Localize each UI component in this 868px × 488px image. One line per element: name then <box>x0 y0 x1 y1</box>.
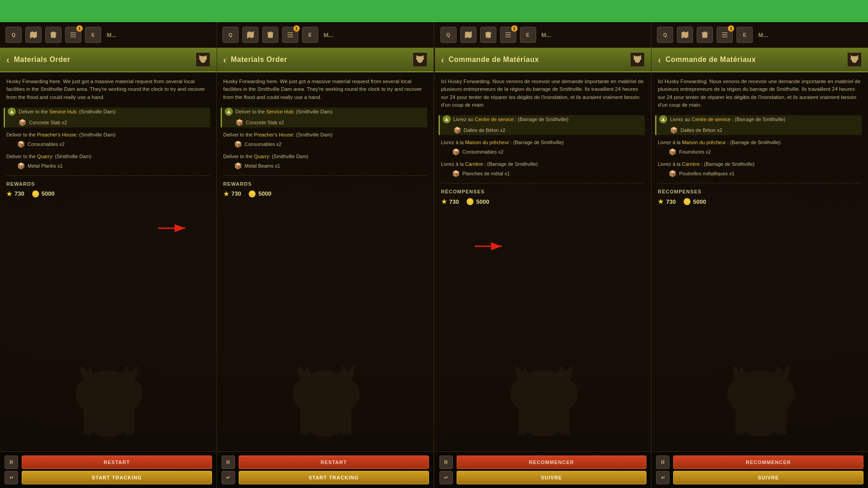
icon-btn-2[interactable] <box>697 27 713 43</box>
delivery-header: Livrez à la Maison du prêcheur : (Barrag… <box>441 140 645 145</box>
restart-button[interactable]: RECOMMENCER <box>457 455 647 469</box>
icon-btn-2[interactable] <box>480 27 496 43</box>
coin-reward: 🪙5000 <box>248 190 271 197</box>
delivery-item-row: 📦Concrete Slab x2 <box>8 117 210 127</box>
quest-description: Husky Forwarding here. We just got a mas… <box>6 78 210 101</box>
delivery-text: Deliver to the Service Hub: (Smithville … <box>19 109 116 114</box>
icon-btn-4[interactable]: E <box>85 27 101 43</box>
restart-button[interactable]: RESTART <box>239 455 429 469</box>
star-reward: ★730 <box>441 198 459 205</box>
back-button[interactable]: ‹ <box>6 55 9 65</box>
panel-title: M... <box>324 32 334 38</box>
tracking-row: ↵SUIVRE <box>439 471 647 484</box>
icon-btn-1[interactable] <box>242 27 259 43</box>
star-icon: ★ <box>6 190 12 197</box>
restart-row: RRESTART <box>222 455 429 469</box>
quest-header: ‹Materials Order <box>217 48 434 72</box>
delivery-item-row: 📦Concrete Slab x2 <box>225 117 427 127</box>
star-reward: ★730 <box>223 190 241 197</box>
delivery-header: Livrez à la Carrière : (Barrage de Smith… <box>658 161 862 167</box>
delivery-section-1: Deliver to the Preacher's House: (Smithv… <box>6 132 210 149</box>
icon-btn-1[interactable] <box>460 27 476 43</box>
delivery-header: Livrez au Centre de service : (Barrage d… <box>659 115 862 123</box>
delivery-section-1: Livrez à la Maison du prêcheur : (Barrag… <box>658 140 862 157</box>
delivery-section-2: Deliver to the Quarry: (Smithville Dam)📦… <box>6 154 210 171</box>
icon-bar: Q1EM... <box>0 22 217 48</box>
item-icon: 📦 <box>452 148 460 155</box>
tracking-key: ↵ <box>222 471 235 484</box>
icon-btn-0[interactable]: Q <box>657 27 673 43</box>
coin-value: 5000 <box>42 190 55 197</box>
icon-btn-4[interactable]: E <box>302 27 318 43</box>
panel-title: M... <box>542 32 552 38</box>
tracking-button[interactable]: START TRACKING <box>239 471 429 484</box>
back-button[interactable]: ‹ <box>441 55 444 65</box>
tracking-button[interactable]: SUIVRE <box>673 471 863 484</box>
item-icon: 📦 <box>17 162 25 169</box>
icon-btn-2[interactable] <box>45 27 61 43</box>
quest-description: Husky Forwarding here. We just got a mas… <box>223 78 427 101</box>
tracking-button[interactable]: START TRACKING <box>22 471 212 484</box>
english-tab[interactable] <box>0 0 434 22</box>
rewards-divider <box>223 175 427 176</box>
quest-content: Husky Forwarding here. We just got a mas… <box>0 72 217 451</box>
icon-btn-0[interactable]: Q <box>222 27 239 43</box>
delivery-section-0: Livrez au Centre de service : (Barrage d… <box>655 115 862 135</box>
bottom-buttons: RRESTART↵START TRACKING <box>0 451 217 488</box>
panel-title: M... <box>107 32 117 38</box>
item-name: Poutrelles métalliques x1 <box>679 171 734 176</box>
delivery-item-row: 📦Consumables x2 <box>6 139 210 149</box>
rewards-section: REWARDS★730🪙5000 <box>223 179 427 197</box>
delivery-text: Deliver to the Service Hub: (Smithville … <box>236 109 333 114</box>
restart-button[interactable]: RECOMMENCER <box>673 455 863 469</box>
french-tab[interactable] <box>434 0 868 22</box>
icon-btn-4[interactable]: E <box>736 27 753 43</box>
restart-button[interactable]: RESTART <box>22 455 212 469</box>
star-reward: ★730 <box>658 198 676 205</box>
item-name: Planches de métal x1 <box>462 171 510 176</box>
icon-btn-1[interactable] <box>25 27 42 43</box>
icon-btn-1[interactable] <box>677 27 693 43</box>
rewards-row: ★730🪙5000 <box>6 190 210 197</box>
coin-value: 5000 <box>476 198 489 205</box>
item-icon: 📦 <box>452 170 460 177</box>
svg-marker-26 <box>661 117 665 121</box>
icon-btn-3[interactable]: 1 <box>282 27 298 43</box>
delivery-header: Livrez au Centre de service : (Barrage d… <box>443 115 645 123</box>
icon-btn-3[interactable]: 1 <box>500 27 516 43</box>
star-value: 730 <box>666 198 676 205</box>
item-icon: 📦 <box>234 162 242 169</box>
icon-btn-2[interactable] <box>262 27 278 43</box>
quest-title: Materials Order <box>231 56 408 64</box>
icon-btn-0[interactable]: Q <box>440 27 457 43</box>
quest-panel-en-1: Q1EM...‹Materials OrderHusky Forwarding … <box>217 22 434 488</box>
icon-btn-0[interactable]: Q <box>5 27 22 43</box>
back-button[interactable]: ‹ <box>658 55 661 65</box>
icon-btn-3[interactable]: 1 <box>65 27 81 43</box>
delivery-header: Livrez à la Maison du prêcheur : (Barrag… <box>658 140 862 145</box>
star-value: 730 <box>14 190 24 197</box>
icon-btn-3[interactable]: 1 <box>717 27 733 43</box>
tracking-button[interactable]: SUIVRE <box>457 471 647 484</box>
rewards-divider <box>441 183 645 183</box>
quest-header: ‹Commande de Matériaux <box>651 48 868 72</box>
item-name: Concrete Slab x2 <box>29 120 67 125</box>
icon-btn-4[interactable]: E <box>520 27 536 43</box>
icon-bar: Q1EM... <box>217 22 434 48</box>
delivery-section-1: Livrez à la Maison du prêcheur : (Barrag… <box>441 140 645 157</box>
item-icon: 📦 <box>19 119 26 126</box>
star-icon: ★ <box>441 198 447 205</box>
delivery-text: Deliver to the Preacher's House: (Smithv… <box>223 132 333 137</box>
delivery-section-2: Livrez à la Carrière : (Barrage de Smith… <box>658 161 862 178</box>
icon-bar: Q1EM... <box>651 22 868 48</box>
rewards-divider <box>6 175 210 176</box>
back-button[interactable]: ‹ <box>223 55 226 65</box>
delivery-text: Livrez au Centre de service : (Barrage d… <box>670 117 785 122</box>
restart-row: RRECOMMENCER <box>439 455 647 469</box>
delivery-section-0: Deliver to the Service Hub: (Smithville … <box>221 108 427 127</box>
item-name: Fournitures x2 <box>679 149 711 155</box>
quest-content: Ici Husky Forwarding. Nous venons de rec… <box>651 72 868 451</box>
wolf-icon <box>630 52 645 67</box>
tracking-row: ↵START TRACKING <box>222 471 429 484</box>
quest-description: Ici Husky Forwarding. Nous venons de rec… <box>441 78 645 109</box>
